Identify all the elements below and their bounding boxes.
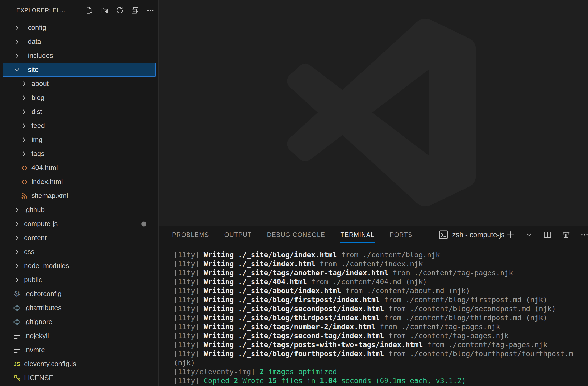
terminal-output[interactable]: [11ty] Writing ./_site/blog/index.html f…: [159, 243, 588, 385]
tree-item-label: index.html: [31, 178, 63, 186]
terminal-line: [11ty] Writing ./_site/tags/second-tag/i…: [174, 331, 588, 340]
tree-item-label: content: [24, 234, 47, 242]
tree-item-.github[interactable]: .github: [3, 203, 156, 217]
explorer-title: EXPLORER: EL...: [16, 7, 65, 14]
tree-item-_includes[interactable]: _includes: [3, 49, 156, 63]
tree-item-compute-js[interactable]: compute-js: [3, 217, 156, 231]
tree-item-eleventy.config.js[interactable]: JSeleventy.config.js: [3, 357, 156, 371]
git-icon: [12, 318, 21, 327]
terminal-line: [11ty] Writing ./_site/about/index.html …: [174, 286, 588, 295]
modified-dot-badge: [141, 221, 146, 226]
tree-item-node_modules[interactable]: node_modules: [3, 259, 156, 273]
terminal-line: [11ty] Writing ./_site/tags/another-tag/…: [174, 268, 588, 277]
tree-item-label: tags: [31, 150, 44, 158]
terminal-line: [11ty] Writing ./_site/tags/number-2/ind…: [174, 322, 588, 331]
chevron-down-icon: [12, 65, 21, 74]
tree-item-404.html[interactable]: 404.html: [3, 161, 156, 175]
chevron-right-icon: [12, 37, 21, 46]
chevron-right-icon: [20, 121, 29, 130]
bottom-panel: PROBLEMSOUTPUTDEBUG CONSOLETERMINALPORTS…: [159, 226, 588, 386]
terminal-line: [11ty] Writing ./_site/blog/thirdpost/in…: [174, 313, 588, 322]
explorer-sidebar: EXPLORER: EL... _config_data_includes_si…: [0, 0, 159, 386]
text-file-icon: [12, 332, 21, 341]
split-icon[interactable]: [541, 229, 554, 241]
ellipsis-icon[interactable]: [145, 4, 156, 16]
tree-item-public[interactable]: public: [3, 273, 156, 287]
tree-item-label: eleventy.config.js: [24, 360, 76, 368]
tree-item-img[interactable]: img: [3, 133, 156, 147]
new-file-icon[interactable]: [83, 4, 95, 16]
new-folder-icon[interactable]: [99, 4, 110, 16]
terminal-line: [11ty] Writing ./_site/index.html from .…: [174, 259, 588, 268]
terminal-line: [11ty] Writing ./_site/blog/index.html f…: [174, 250, 588, 259]
trash-icon[interactable]: [560, 229, 572, 241]
tab-problems[interactable]: PROBLEMS: [172, 226, 209, 243]
chevron-right-icon: [20, 135, 29, 144]
tree-item-label: .nvmrc: [24, 346, 45, 354]
chevron-down-icon[interactable]: [523, 229, 535, 241]
tree-item-index.html[interactable]: index.html: [3, 175, 156, 189]
chevron-right-icon: [12, 205, 21, 214]
file-tree: _config_data_includes_siteaboutblogdistf…: [0, 21, 158, 385]
tree-item-license[interactable]: LICENSE: [3, 371, 156, 385]
tab-ports[interactable]: PORTS: [390, 226, 413, 243]
tab-debug-console[interactable]: DEBUG CONSOLE: [267, 226, 325, 243]
tree-item-_site[interactable]: _site: [3, 63, 156, 77]
chevron-right-icon: [12, 51, 21, 60]
tab-output[interactable]: OUTPUT: [224, 226, 252, 243]
terminal-icon: [438, 230, 448, 240]
terminal-line: [11ty/eleventy-img] 2 images optimized: [174, 367, 588, 376]
plus-icon[interactable]: [504, 229, 517, 241]
tree-item-label: blog: [31, 94, 44, 102]
tree-item-label: .editorconfig: [24, 290, 62, 298]
js-icon: JS: [12, 360, 21, 369]
tree-item-.editorconfig[interactable]: ⚙.editorconfig: [3, 287, 156, 301]
terminal-line: [11ty] Copied 2 Wrote 15 files in 1.04 s…: [174, 376, 588, 385]
vscode-window: EXPLORER: EL... _config_data_includes_si…: [0, 0, 588, 386]
tree-item-sitemap.xml[interactable]: sitemap.xml: [3, 189, 156, 203]
rss-icon: [20, 191, 29, 200]
chevron-right-icon: [12, 261, 21, 270]
tree-item-label: .github: [24, 206, 45, 214]
explorer-header: EXPLORER: EL...: [0, 0, 158, 21]
chevron-right-icon: [20, 107, 29, 116]
tree-item-_config[interactable]: _config: [3, 21, 156, 35]
tree-item-label: _site: [24, 66, 39, 74]
tree-item-tags[interactable]: tags: [3, 147, 156, 161]
tree-item-.nojekyll[interactable]: .nojekyll: [3, 329, 156, 343]
tree-item-label: dist: [31, 108, 42, 116]
tree-item-label: feed: [31, 122, 45, 130]
terminal-line: (njk): [174, 358, 588, 367]
tree-item-label: img: [31, 136, 43, 144]
tree-item-.gitignore[interactable]: .gitignore: [3, 315, 156, 329]
tree-item-blog[interactable]: blog: [3, 91, 156, 105]
collapse-all-icon[interactable]: [129, 4, 141, 16]
tree-item-label: .gitattributes: [24, 304, 62, 312]
tree-item-css[interactable]: css: [3, 245, 156, 259]
editor-area[interactable]: [159, 0, 588, 226]
tree-item-label: _includes: [24, 52, 53, 60]
tab-terminal[interactable]: TERMINAL: [341, 226, 374, 243]
tree-item-label: compute-js: [24, 220, 58, 228]
tree-item-dist[interactable]: dist: [3, 105, 156, 119]
tree-item-content[interactable]: content: [3, 231, 156, 245]
tree-item-.nvmrc[interactable]: .nvmrc: [3, 343, 156, 357]
terminal-session[interactable]: zsh - compute-js: [438, 230, 504, 240]
tree-item-label: css: [24, 248, 34, 256]
tree-item-about[interactable]: about: [3, 77, 156, 91]
vscode-logo-watermark-icon: [287, 18, 476, 207]
tree-item-.gitattributes[interactable]: .gitattributes: [3, 301, 156, 315]
terminal-session-label: zsh - compute-js: [452, 231, 504, 239]
chevron-right-icon: [20, 93, 29, 102]
tree-item-label: _data: [24, 38, 41, 46]
panel-actions: [504, 229, 588, 241]
ellipsis-icon[interactable]: [578, 229, 588, 241]
key-icon: [12, 374, 21, 383]
chevron-right-icon: [12, 247, 21, 256]
refresh-icon[interactable]: [114, 4, 126, 16]
terminal-line: [11ty] Writing ./_site/blog/fourthpost/i…: [174, 349, 588, 358]
tree-item-_data[interactable]: _data: [3, 35, 156, 49]
tree-item-label: .gitignore: [24, 318, 52, 326]
tree-item-feed[interactable]: feed: [3, 119, 156, 133]
tree-item-label: _config: [24, 24, 46, 32]
